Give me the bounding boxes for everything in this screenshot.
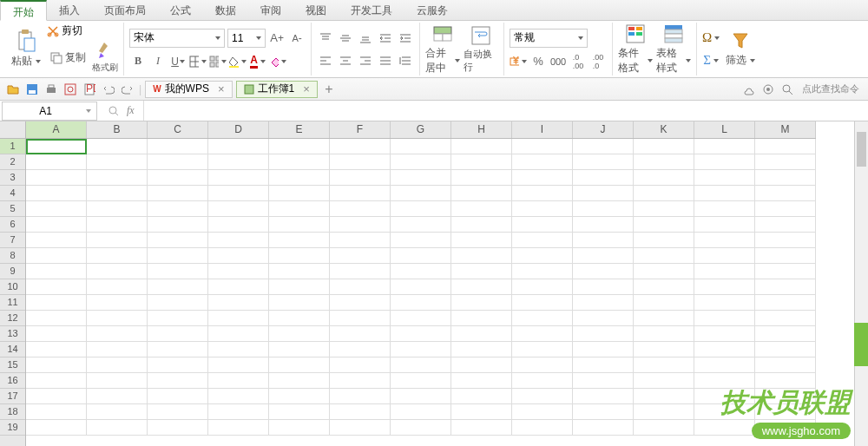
cell[interactable]	[573, 373, 634, 389]
column-header[interactable]: G	[391, 121, 451, 138]
cell[interactable]	[330, 357, 391, 373]
cell[interactable]	[148, 186, 208, 201]
cell[interactable]	[208, 389, 269, 404]
cell[interactable]	[26, 357, 87, 373]
cell[interactable]	[148, 154, 208, 170]
cell[interactable]	[451, 389, 512, 404]
cell[interactable]	[512, 326, 573, 342]
bold-button[interactable]: B	[129, 53, 147, 70]
cell[interactable]	[451, 201, 512, 217]
column-header[interactable]: E	[269, 121, 330, 138]
cell[interactable]	[269, 326, 330, 342]
cell[interactable]	[269, 389, 330, 404]
cell[interactable]	[208, 186, 269, 201]
cell[interactable]	[208, 170, 269, 186]
cell[interactable]	[391, 404, 451, 420]
cell[interactable]	[755, 217, 816, 233]
cell[interactable]	[87, 389, 148, 404]
cell[interactable]	[573, 357, 634, 373]
cell[interactable]	[26, 389, 87, 404]
table-style-button[interactable]: 表格样式	[656, 23, 691, 75]
cell[interactable]	[573, 248, 634, 264]
cell[interactable]	[148, 201, 208, 217]
cell[interactable]	[634, 373, 694, 389]
row-header[interactable]: 10	[0, 279, 25, 295]
cell[interactable]	[391, 295, 451, 311]
cell[interactable]	[391, 311, 451, 326]
cell[interactable]	[269, 311, 330, 326]
cell[interactable]	[391, 186, 451, 201]
fill-color-button[interactable]	[229, 53, 247, 70]
tab-cloud[interactable]: 云服务	[404, 0, 460, 20]
column-header[interactable]: H	[451, 121, 512, 138]
cell[interactable]	[391, 233, 451, 248]
column-header[interactable]: A	[26, 121, 87, 138]
percent-button[interactable]: %	[529, 53, 547, 70]
cell[interactable]	[634, 201, 694, 217]
close-icon[interactable]: ×	[303, 82, 310, 95]
row-header[interactable]: 5	[0, 201, 25, 217]
increase-font-button[interactable]: A+	[268, 30, 286, 47]
cell[interactable]	[148, 217, 208, 233]
wrap-text-button[interactable]: 自动换行	[464, 23, 498, 75]
cell[interactable]	[330, 154, 391, 170]
cell[interactable]	[269, 170, 330, 186]
cell[interactable]	[512, 154, 573, 170]
cell[interactable]	[512, 248, 573, 264]
cell[interactable]	[512, 342, 573, 357]
row-header[interactable]: 14	[0, 342, 25, 357]
cell[interactable]	[330, 248, 391, 264]
cell[interactable]	[269, 154, 330, 170]
align-middle-button[interactable]	[337, 30, 354, 47]
cell[interactable]	[208, 201, 269, 217]
cell[interactable]	[755, 311, 816, 326]
cell[interactable]	[26, 264, 87, 279]
cell[interactable]	[634, 404, 694, 420]
cell[interactable]	[330, 404, 391, 420]
column-header[interactable]: L	[694, 121, 755, 138]
cell[interactable]	[755, 170, 816, 186]
cell[interactable]	[330, 217, 391, 233]
cell[interactable]	[755, 373, 816, 389]
cell[interactable]	[269, 279, 330, 295]
cell[interactable]	[26, 373, 87, 389]
cell[interactable]	[330, 139, 391, 154]
cell[interactable]	[573, 201, 634, 217]
cell[interactable]	[512, 279, 573, 295]
cell[interactable]	[87, 248, 148, 264]
cell[interactable]	[391, 420, 451, 436]
cell[interactable]	[391, 373, 451, 389]
cell[interactable]	[148, 326, 208, 342]
cell[interactable]	[573, 311, 634, 326]
font-name-combo[interactable]: 宋体	[129, 29, 225, 48]
cell[interactable]	[26, 311, 87, 326]
cell[interactable]	[391, 139, 451, 154]
cell[interactable]	[755, 264, 816, 279]
settings-button[interactable]	[760, 82, 776, 97]
cell[interactable]	[512, 170, 573, 186]
cell[interactable]	[694, 201, 755, 217]
comma-button[interactable]: 000	[549, 53, 567, 70]
cell[interactable]	[512, 264, 573, 279]
cell[interactable]	[148, 373, 208, 389]
cell[interactable]	[755, 201, 816, 217]
cell[interactable]	[573, 279, 634, 295]
cell[interactable]	[694, 404, 755, 420]
cell[interactable]	[26, 139, 87, 154]
tab-data[interactable]: 数据	[203, 0, 248, 20]
row-header[interactable]: 3	[0, 170, 25, 186]
cell[interactable]	[269, 217, 330, 233]
cell[interactable]	[512, 404, 573, 420]
cell[interactable]	[451, 357, 512, 373]
cell[interactable]	[330, 389, 391, 404]
cell[interactable]	[269, 233, 330, 248]
cell[interactable]	[26, 248, 87, 264]
column-header[interactable]: K	[634, 121, 694, 138]
cell[interactable]	[269, 373, 330, 389]
cell[interactable]	[755, 248, 816, 264]
cell[interactable]	[694, 139, 755, 154]
cell[interactable]	[391, 201, 451, 217]
cell[interactable]	[512, 295, 573, 311]
cell[interactable]	[148, 264, 208, 279]
cell[interactable]	[451, 154, 512, 170]
